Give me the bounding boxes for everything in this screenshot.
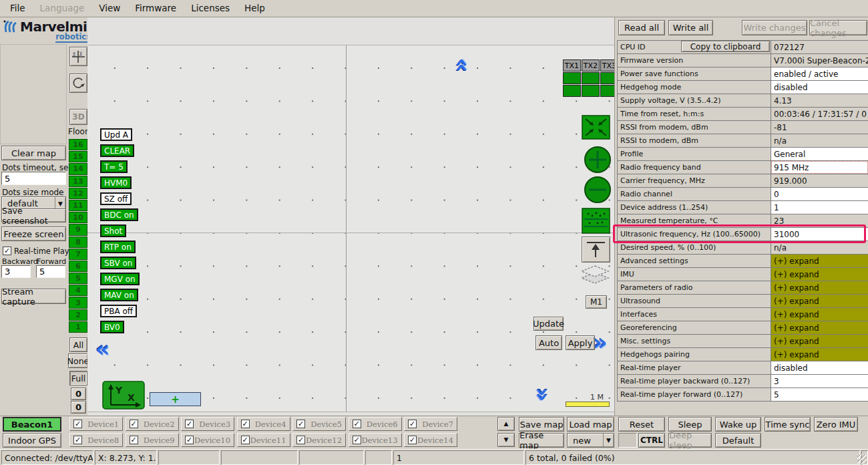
- chevron-right-icon[interactable]: »: [593, 334, 613, 351]
- device-checkbox[interactable]: ✓: [73, 420, 82, 428]
- parameter-value[interactable]: -81: [771, 120, 868, 134]
- floor-button[interactable]: 4: [69, 285, 87, 296]
- parameter-row[interactable]: Desired speed, % (0..100) n/a: [617, 241, 868, 255]
- parameter-row[interactable]: Misc. settings (+) expand: [617, 334, 868, 348]
- parameter-row[interactable]: Hedgehogs pairing (+) expand: [617, 347, 868, 361]
- map-mode-button[interactable]: CLEAR: [100, 144, 134, 157]
- forward-input[interactable]: [36, 265, 65, 278]
- floor-button[interactable]: 14: [69, 163, 87, 174]
- floor-offset-top-button[interactable]: 0: [71, 388, 86, 400]
- menu-item[interactable]: File: [3, 0, 33, 17]
- parameter-value[interactable]: n/a: [771, 241, 868, 255]
- device-checkbox[interactable]: ✓: [408, 436, 417, 444]
- parameter-value[interactable]: 23: [771, 214, 868, 228]
- chevron-left-icon[interactable]: «: [95, 341, 116, 358]
- device-cell[interactable]: ✓ Device1: [69, 417, 123, 431]
- devices-scroll-up-button[interactable]: ▲: [497, 417, 515, 431]
- parameter-value[interactable]: 3: [771, 374, 868, 388]
- erase-map-button[interactable]: Erase map: [519, 433, 564, 448]
- deep-sleep-button[interactable]: Deep sleep: [668, 433, 712, 448]
- floor-button[interactable]: 9: [69, 224, 87, 235]
- map-mode-button[interactable]: T= 5: [100, 160, 128, 173]
- parameter-value[interactable]: n/a: [771, 134, 868, 148]
- floors-all-button[interactable]: All: [69, 337, 87, 352]
- realtime-player-checkbox[interactable]: ✓: [3, 247, 11, 255]
- floor-button[interactable]: 8: [69, 237, 87, 248]
- device-cell[interactable]: ✓ Device13: [349, 433, 402, 447]
- device-checkbox[interactable]: ✓: [296, 420, 305, 428]
- floor-button[interactable]: 12: [69, 188, 87, 199]
- parameter-row[interactable]: Radio frequency band 915 MHz: [617, 160, 868, 174]
- ctrl-checkbox[interactable]: [618, 433, 637, 448]
- map-mode-button[interactable]: MAV on: [100, 289, 138, 301]
- map-mode-button[interactable]: PBA off: [100, 305, 137, 317]
- rotate-view-button[interactable]: [69, 73, 87, 93]
- device-checkbox[interactable]: ✓: [130, 436, 138, 444]
- submit-map-button[interactable]: [582, 237, 610, 263]
- device-cell[interactable]: ✓ Device11: [237, 433, 290, 447]
- floor-offset-bottom-button[interactable]: 0: [71, 401, 86, 414]
- parameter-value[interactable]: 4.13: [771, 94, 868, 108]
- menu-item[interactable]: Licenses: [184, 0, 237, 17]
- parameter-value[interactable]: (+) expand: [771, 334, 868, 348]
- device-cell[interactable]: ✓ Device3: [181, 417, 234, 431]
- wake-up-button[interactable]: Wake up: [715, 417, 761, 432]
- view-3d-button[interactable]: 3D: [69, 109, 87, 125]
- device-cell[interactable]: ✓ Device2: [126, 417, 179, 431]
- map-mode-button[interactable]: BDC on: [100, 208, 138, 221]
- zoom-in-icon[interactable]: [584, 146, 612, 174]
- parameter-row[interactable]: Radio channel 0: [617, 187, 868, 201]
- devices-scroll-down-button[interactable]: ▼: [497, 433, 515, 447]
- parameter-row[interactable]: Device address (1..254) 1: [617, 200, 868, 214]
- add-submap-button[interactable]: +: [150, 392, 201, 406]
- resize-grip[interactable]: [857, 454, 867, 464]
- menu-item[interactable]: Language: [33, 0, 92, 17]
- parameter-value[interactable]: 915 MHz: [771, 160, 868, 174]
- device-checkbox[interactable]: ✓: [241, 420, 250, 428]
- zoom-out-icon[interactable]: [584, 176, 612, 204]
- floor-button[interactable]: 13: [69, 176, 87, 187]
- device-cell[interactable]: ✓ Device10: [181, 433, 234, 447]
- beacon-tab[interactable]: Beacon1: [3, 417, 61, 432]
- map-mode-button[interactable]: RTP on: [100, 241, 136, 253]
- save-screenshot-button[interactable]: Save screenshot: [1, 208, 66, 222]
- parameter-value[interactable]: 919.000: [771, 174, 868, 188]
- device-checkbox[interactable]: ✓: [353, 420, 361, 428]
- load-map-button[interactable]: Load map: [567, 417, 614, 432]
- write-changes-button[interactable]: Write changes: [742, 20, 807, 35]
- parameter-value[interactable]: (+) expand: [771, 267, 868, 281]
- parameter-row[interactable]: Firmware version V7.000i Super-Beacon-2: [617, 53, 868, 67]
- device-cell[interactable]: ✓ Device7: [404, 417, 457, 431]
- device-checkbox[interactable]: ✓: [185, 436, 194, 444]
- parameter-row[interactable]: Real-time player disabled: [617, 361, 868, 375]
- parameter-row[interactable]: Time from reset, h:m:s 00:03:46 / 17:31:…: [617, 107, 868, 121]
- save-map-button[interactable]: Save map: [519, 417, 564, 432]
- layers-icon[interactable]: [578, 265, 612, 291]
- parameter-row[interactable]: Interfaces (+) expand: [617, 307, 868, 321]
- chevron-up-icon[interactable]: »: [452, 52, 469, 72]
- map-mode-button[interactable]: HVM0: [100, 176, 132, 189]
- parameter-row[interactable]: Supply voltage, V (3.5..4.2) 4.13: [617, 94, 868, 108]
- zero-imu-button[interactable]: Zero IMU: [814, 417, 858, 432]
- parameter-row[interactable]: Hedgehog mode disabled: [617, 80, 868, 94]
- parameter-value[interactable]: (+) expand: [771, 281, 868, 295]
- tx-cell[interactable]: [563, 85, 581, 97]
- indoor-gps-tab[interactable]: Indoor GPS: [3, 433, 61, 448]
- ctrl-button[interactable]: CTRL: [638, 433, 665, 448]
- update-button[interactable]: Update: [533, 317, 564, 331]
- device-cell[interactable]: ✓ Device5: [292, 417, 346, 431]
- map-mode-button[interactable]: MGV on: [100, 273, 140, 285]
- device-checkbox[interactable]: ✓: [408, 420, 417, 428]
- parameter-value[interactable]: (+) expand: [771, 347, 868, 361]
- clear-map-button[interactable]: Clear map: [1, 146, 66, 160]
- floor-button[interactable]: 16: [69, 139, 87, 150]
- parameter-row[interactable]: Carrier frequency, MHz 919.000: [617, 174, 868, 188]
- fit-to-screen-icon[interactable]: [582, 115, 610, 140]
- floor-button[interactable]: 5: [69, 273, 87, 284]
- dots-display-icon[interactable]: [582, 208, 610, 234]
- device-cell[interactable]: ✓ Device6: [349, 417, 402, 431]
- device-checkbox[interactable]: ✓: [130, 420, 138, 428]
- default-button[interactable]: Default: [715, 433, 761, 448]
- device-checkbox[interactable]: ✓: [353, 436, 361, 444]
- time-sync-button[interactable]: Time sync: [765, 417, 811, 432]
